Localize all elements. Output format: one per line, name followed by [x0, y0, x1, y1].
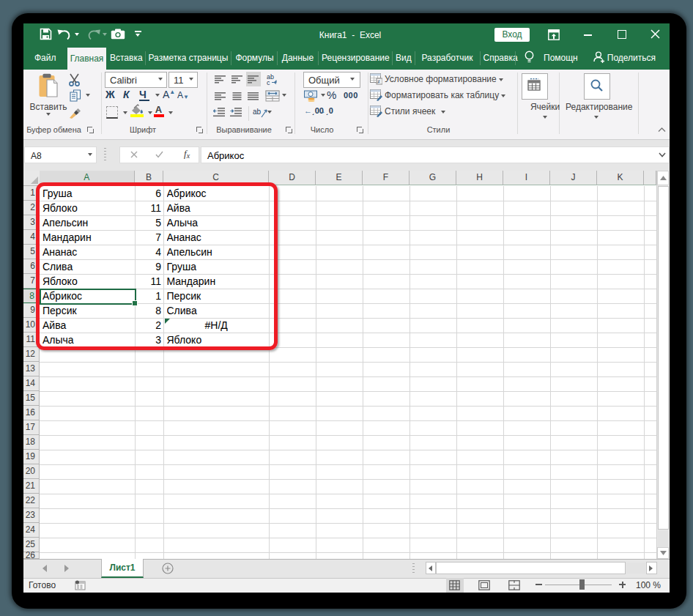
- svg-text:≠: ≠: [377, 79, 380, 84]
- svg-text:ab: ab: [253, 108, 262, 116]
- svg-text:c: c: [267, 79, 270, 86]
